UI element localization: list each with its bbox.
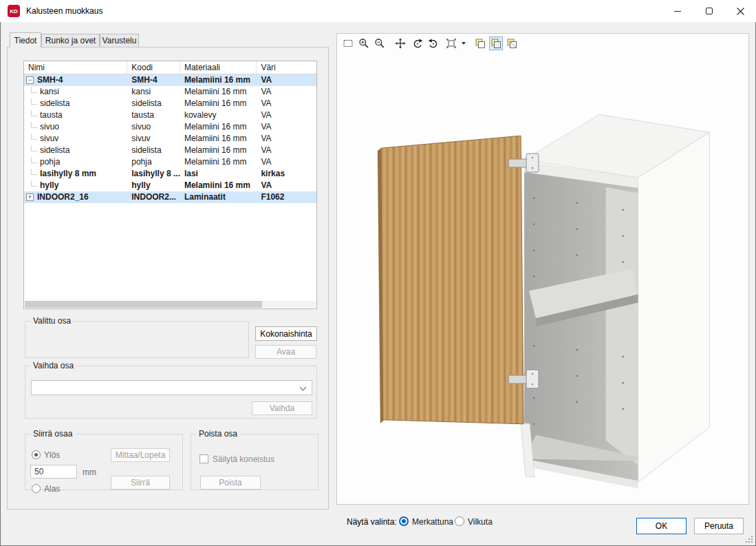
cell-materiaali: Melamiini 16 mm (180, 156, 257, 168)
cell-materiaali: kovalevy (180, 109, 257, 121)
rotate-ccw-icon[interactable] (426, 36, 440, 50)
table-row[interactable]: −SMH-4SMH-4Melamiini 16 mmVA (24, 74, 316, 86)
cell-nimi: lasihylly 8 mm (24, 168, 127, 180)
alas-radio[interactable] (32, 484, 41, 493)
poista-button[interactable]: Poista (200, 476, 261, 490)
nayta-valinta-label: Näytä valinta: (347, 517, 397, 527)
view-copy-2-icon[interactable] (489, 36, 503, 50)
cell-nimi: +INDOOR2_16 (24, 191, 127, 203)
column-header-nimi[interactable]: Nimi (24, 61, 127, 74)
table-body: −SMH-4SMH-4Melamiini 16 mmVAkansikansiMe… (24, 74, 316, 203)
peruuta-button[interactable]: Peruuta (694, 518, 744, 534)
cell-nimi: sivuo (24, 121, 127, 133)
zoom-out-icon[interactable] (373, 36, 387, 50)
merkattuna-radio[interactable] (399, 516, 409, 526)
cell-koodi: tausta (127, 109, 180, 121)
table-row[interactable]: pohjapohjaMelamiini 16 mmVA (24, 156, 316, 168)
minimize-button[interactable] (662, 0, 693, 22)
cabinet-door[interactable] (378, 136, 523, 424)
group-poista-osa-label: Poista osa (197, 429, 239, 439)
expander-minus-icon[interactable]: − (26, 76, 34, 84)
vaihda-button[interactable]: Vaihda (252, 401, 312, 415)
view-copy-3-icon[interactable] (505, 36, 519, 50)
tab-tiedot-label: Tiedot (14, 36, 37, 45)
rotate-cw-icon[interactable] (411, 36, 424, 50)
kokonaishinta-button[interactable]: Kokonaishinta (255, 326, 317, 341)
tab-runko-ja-ovet-label: Runko ja ovet (45, 36, 96, 45)
tab-tiedot[interactable]: Tiedot (10, 32, 41, 48)
table-row[interactable]: +INDOOR2_16INDOOR2...LaminaatitF1062 (24, 191, 316, 203)
tab-varustelu[interactable]: Varustelu (100, 34, 139, 47)
h-scrollbar[interactable] (25, 301, 316, 308)
table-row[interactable]: sidelistasidelistaMelamiini 16 mmVA (24, 145, 316, 156)
siirra-button[interactable]: Siirrä (111, 476, 170, 490)
cell-väri: VA (257, 74, 316, 86)
part-name-text: sidelista (40, 98, 69, 109)
column-header-koodi[interactable]: Koodi (127, 61, 180, 74)
cell-koodi: sivuo (127, 121, 180, 133)
column-header-vari[interactable]: Väri (257, 61, 316, 74)
vaihda-osa-combobox[interactable] (31, 380, 312, 395)
pan-icon[interactable] (393, 36, 407, 50)
part-name-text: sivuo (40, 121, 59, 133)
table-row[interactable]: sivuvsivuvMelamiini 16 mmVA (24, 133, 316, 145)
group-valittu-osa: Valittu osa (25, 321, 249, 358)
table-row[interactable]: kansikansiMelamiini 16 mmVA (24, 86, 316, 98)
column-header-materiaali[interactable]: Materiaali (180, 61, 257, 74)
cell-materiaali: Melamiini 16 mm (180, 121, 257, 133)
tree-connector (31, 134, 37, 140)
mittaa-lopeta-button[interactable]: Mittaa/Lopeta (111, 448, 170, 462)
tab-runko-ja-ovet[interactable]: Runko ja ovet (41, 34, 100, 47)
cell-nimi: kansi (24, 86, 127, 98)
cell-koodi: hylly (127, 180, 180, 191)
h-scrollbar-thumb[interactable] (25, 301, 262, 308)
part-name-text: sivuv (40, 133, 58, 145)
maximize-button[interactable] (693, 0, 725, 22)
cell-väri: F1062 (257, 191, 316, 203)
sailyta-koneistus-checkbox[interactable] (199, 454, 208, 463)
part-name-text: sidelista (40, 145, 69, 156)
ok-button[interactable]: OK (636, 518, 687, 534)
resize-grip[interactable] (746, 536, 753, 543)
merkattuna-radio-label: Merkattuna (412, 517, 453, 527)
cell-nimi: sidelista (24, 145, 127, 156)
tree-connector (31, 122, 37, 128)
zoom-window-icon[interactable] (341, 36, 355, 50)
cabinet-body[interactable] (521, 114, 709, 488)
view-dropdown-icon[interactable] (459, 36, 468, 50)
view-copy-1-icon[interactable] (473, 36, 487, 50)
close-button[interactable] (724, 0, 756, 22)
part-name-text: SMH-4 (37, 74, 63, 86)
cell-koodi: sivuv (127, 133, 180, 145)
table-row[interactable]: lasihylly 8 mmlasihylly 8 ...lasikirkas (24, 168, 316, 180)
cell-nimi: tausta (24, 109, 127, 121)
avaa-button[interactable]: Avaa (255, 345, 316, 359)
cell-materiaali: Melamiini 16 mm (180, 180, 257, 191)
cabinet-3d-view[interactable] (337, 50, 748, 504)
zoom-in-icon[interactable] (357, 36, 371, 50)
zoom-extents-icon[interactable] (444, 36, 458, 50)
tree-connector (31, 110, 37, 116)
cell-nimi: sidelista (24, 98, 127, 109)
group-vaihda-osa: Vaihda osa Vaihda (25, 366, 317, 419)
ylos-radio-label: Ylös (44, 450, 60, 460)
cell-koodi: lasihylly 8 ... (127, 168, 180, 180)
part-name-text: lasihylly 8 mm (40, 168, 96, 180)
cell-väri: VA (257, 133, 316, 145)
cell-nimi: −SMH-4 (24, 74, 127, 86)
vilkuta-radio[interactable] (455, 516, 464, 526)
cell-koodi: sidelista (127, 145, 180, 156)
table-row[interactable]: hyllyhyllyMelamiini 16 mmVA (24, 180, 316, 191)
table-row[interactable]: sivuosivuoMelamiini 16 mmVA (24, 121, 316, 133)
group-valittu-osa-label: Valittu osa (31, 316, 73, 326)
cell-materiaali: Melamiini 16 mm (180, 74, 257, 86)
tree-connector (31, 169, 37, 175)
table-row[interactable]: taustataustakovalevyVA (24, 109, 316, 121)
dialog-kalusteen-muokkaus: KD Kalusteen muokkaus Tiedot Runko ja ov… (0, 0, 756, 546)
cell-väri: VA (257, 180, 316, 191)
table-row[interactable]: sidelistasidelistaMelamiini 16 mmVA (24, 98, 316, 109)
distance-input[interactable] (30, 465, 77, 479)
expander-plus-icon[interactable]: + (26, 193, 34, 201)
parts-table: Nimi Koodi Materiaali Väri −SMH-4SMH-4Me… (23, 61, 317, 309)
ylos-radio[interactable] (32, 450, 41, 459)
